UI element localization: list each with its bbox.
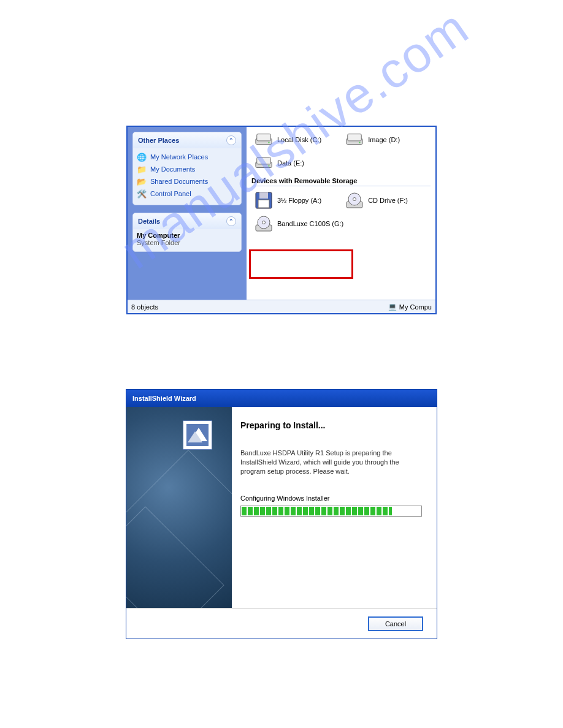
drive-data-e[interactable]: Data (E:) [251,154,307,172]
details-item-type: System Folder [137,239,237,246]
hard-drives-row-2: Data (E:) [251,154,431,172]
svg-point-17 [262,221,266,224]
svg-rect-4 [348,134,362,141]
svg-rect-1 [257,134,271,141]
installshield-logo-icon [183,420,212,450]
other-places-panel: Other Places ⌃ 🌐 My Network Places 📁 My … [132,132,242,205]
drive-cd-f[interactable]: CD Drive (F:) [342,191,410,210]
svg-point-14 [353,198,356,201]
sidebar: Other Places ⌃ 🌐 My Network Places 📁 My … [128,127,247,300]
wizard-title-text: InstallShield Wizard [132,395,196,402]
other-places-body: 🌐 My Network Places 📁 My Documents 📂 Sha… [133,148,241,205]
sidebar-link-my-documents[interactable]: 📁 My Documents [137,163,237,175]
my-computer-icon: 💻 [388,303,397,311]
progress-fill [242,507,392,515]
drive-label: Local Disk (C:) [277,136,321,143]
drive-label: 3½ Floppy (A:) [277,197,321,204]
chevron-up-icon[interactable]: ⌃ [226,135,236,145]
svg-rect-11 [258,200,269,208]
sidebar-link-label: Control Panel [150,190,191,197]
drive-label: BandLuxe C100S (G:) [277,220,343,227]
details-body: My Computer System Folder [133,229,241,251]
drive-label: Image (D:) [368,136,400,143]
wizard-left-graphic [126,407,232,608]
my-computer-window: Other Places ⌃ 🌐 My Network Places 📁 My … [126,126,437,314]
hard-disk-icon [254,132,274,148]
sidebar-link-label: Shared Documents [150,178,208,185]
details-panel: Details ⌃ My Computer System Folder [132,213,242,252]
cancel-button[interactable]: Cancel [368,616,423,631]
explorer-body: Other Places ⌃ 🌐 My Network Places 📁 My … [128,127,435,300]
control-panel-icon: 🛠️ [137,189,147,199]
drive-image-d[interactable]: Image (D:) [342,131,402,149]
status-bar: 8 objects 💻 My Compu [128,300,435,313]
hard-drives-row-1: Local Disk (C:) Image (D:) [251,131,431,149]
hard-disk-icon [345,132,364,148]
wizard-body: Preparing to Install... BandLuxe HSDPA U… [126,407,437,608]
svg-point-2 [268,142,269,143]
sidebar-link-label: My Documents [150,165,195,173]
drive-label: CD Drive (F:) [368,197,408,204]
svg-rect-7 [257,157,271,164]
wizard-description: BandLuxe HSDPA Utility R1 Setup is prepa… [240,449,422,476]
shared-documents-icon: 📂 [137,176,147,186]
details-item-name: My Computer [137,232,237,239]
wizard-footer: Cancel [126,608,437,639]
wizard-right-content: Preparing to Install... BandLuxe HSDPA U… [232,407,437,608]
status-right-text: My Compu [399,303,432,311]
status-left-text: 8 objects [131,303,158,311]
status-right: 💻 My Compu [388,303,432,311]
drive-floppy-a[interactable]: 3½ Floppy (A:) [251,191,324,210]
sidebar-link-shared-documents[interactable]: 📂 Shared Documents [137,175,237,188]
removable-storage-header: Devices with Removable Storage [251,177,431,186]
sidebar-link-control-panel[interactable]: 🛠️ Control Panel [137,188,237,200]
drive-label: Data (E:) [277,159,304,167]
highlight-rectangle [249,249,353,279]
my-documents-icon: 📁 [137,164,147,174]
removable-row-1: 3½ Floppy (A:) CD Drive (F:) [251,191,431,210]
svg-point-8 [268,165,269,167]
drive-bandluxe-g[interactable]: BandLuxe C100S (G:) [251,214,346,233]
wizard-title-bar: InstallShield Wizard [126,390,437,407]
cd-drive-icon [345,192,364,208]
other-places-title: Other Places [138,137,179,144]
sidebar-link-network-places[interactable]: 🌐 My Network Places [137,151,237,163]
details-title: Details [138,218,160,225]
cancel-button-label: Cancel [385,620,406,628]
svg-point-5 [359,142,360,143]
content-pane: Local Disk (C:) Image (D:) Data (E:) [247,127,435,300]
removable-row-2: BandLuxe C100S (G:) [251,214,431,233]
network-places-icon: 🌐 [137,152,147,162]
wizard-heading: Preparing to Install... [240,420,422,430]
progress-bar [240,506,422,517]
cd-drive-icon [254,216,274,232]
svg-rect-10 [259,192,268,199]
sidebar-link-label: My Network Places [150,153,208,161]
drive-local-c[interactable]: Local Disk (C:) [251,131,324,149]
wizard-status-text: Configuring Windows Installer [240,495,422,502]
chevron-up-icon[interactable]: ⌃ [226,216,236,226]
floppy-drive-icon [254,192,274,208]
details-header[interactable]: Details ⌃ [133,213,241,229]
other-places-header[interactable]: Other Places ⌃ [133,132,241,148]
hard-disk-icon [254,155,274,171]
installshield-wizard: InstallShield Wizard Preparing to Instal… [126,389,437,639]
